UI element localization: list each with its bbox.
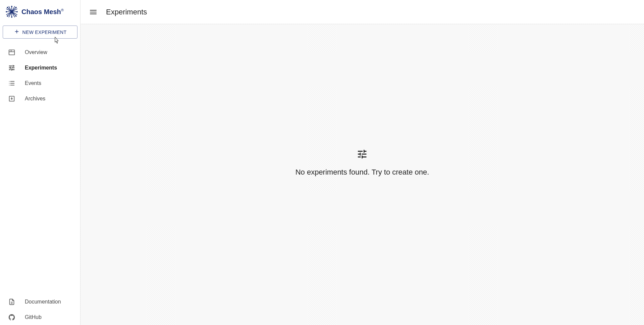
document-icon [8,298,15,306]
svg-point-9 [7,7,8,8]
sidebar-item-overview[interactable]: Overview [0,45,80,60]
svg-point-16 [16,11,18,12]
brand-logo-area[interactable]: Chaos Mesh® [0,3,80,24]
menu-toggle-button[interactable] [89,7,98,17]
empty-state: No experiments found. Try to create one. [296,148,429,177]
hamburger-icon [89,8,98,16]
svg-point-15 [6,11,7,12]
page-title: Experiments [106,8,147,16]
svg-point-14 [11,16,12,18]
content-area: No experiments found. Try to create one. [80,24,644,325]
events-icon [8,80,15,87]
brand-name: Chaos Mesh® [21,8,64,16]
plus-icon [14,29,20,36]
svg-point-8 [11,11,13,13]
sidebar-item-documentation[interactable]: Documentation [0,294,80,310]
sidebar-footer: Documentation GitHub [0,294,80,325]
sidebar: Chaos Mesh® NEW EXPERIMENT [0,0,80,325]
svg-rect-17 [9,50,15,55]
svg-point-11 [7,15,8,17]
new-experiment-button[interactable]: NEW EXPERIMENT [3,26,77,39]
sidebar-item-label: Experiments [25,65,57,71]
chaos-mesh-logo-icon [5,5,18,18]
sidebar-item-events[interactable]: Events [0,76,80,91]
tune-icon [8,64,15,72]
github-icon [8,314,15,321]
svg-point-13 [11,6,12,7]
sidebar-item-experiments[interactable]: Experiments [0,60,80,76]
sidebar-item-label: Archives [25,96,45,102]
sidebar-item-label: Events [25,80,41,86]
main: Experiments No experiments found. Try to… [80,0,644,325]
topbar: Experiments [80,0,644,24]
svg-point-10 [15,7,17,8]
svg-point-12 [15,15,17,17]
sidebar-item-github[interactable]: GitHub [0,310,80,325]
sidebar-item-label: Documentation [25,299,61,305]
sidebar-item-label: GitHub [25,314,42,320]
new-experiment-label: NEW EXPERIMENT [22,30,67,35]
sidebar-item-label: Overview [25,49,47,55]
sidebar-item-archives[interactable]: Archives [0,91,80,106]
empty-state-message: No experiments found. Try to create one. [296,168,429,177]
archive-icon [8,95,15,102]
dashboard-icon [8,49,15,56]
tune-icon [357,148,368,161]
sidebar-nav: Overview Experiments [0,42,80,294]
